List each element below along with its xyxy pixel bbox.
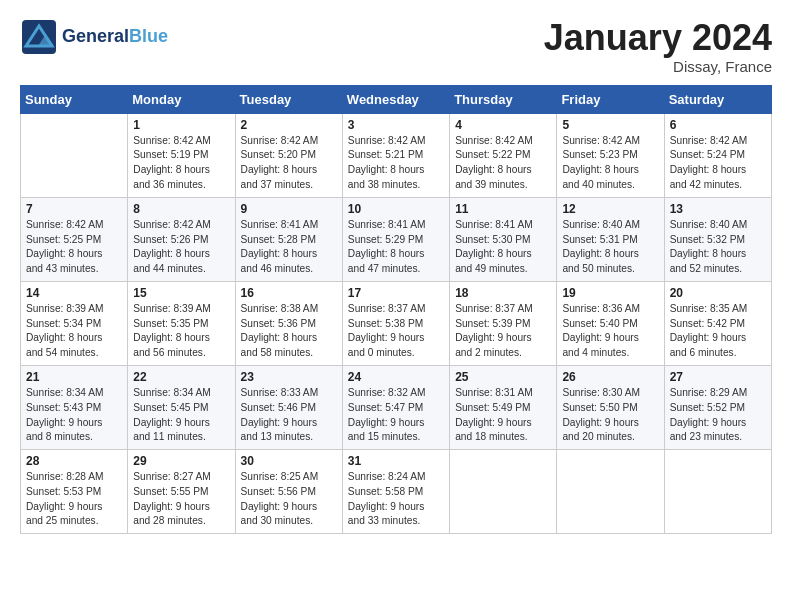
logo: GeneralBlue bbox=[20, 18, 168, 56]
day-info: Sunrise: 8:29 AMSunset: 5:52 PMDaylight:… bbox=[670, 386, 766, 445]
day-header-sunday: Sunday bbox=[21, 85, 128, 113]
day-info: Sunrise: 8:35 AMSunset: 5:42 PMDaylight:… bbox=[670, 302, 766, 361]
day-number: 22 bbox=[133, 370, 229, 384]
day-info: Sunrise: 8:39 AMSunset: 5:35 PMDaylight:… bbox=[133, 302, 229, 361]
day-number: 6 bbox=[670, 118, 766, 132]
day-info: Sunrise: 8:34 AMSunset: 5:43 PMDaylight:… bbox=[26, 386, 122, 445]
week-row-3: 14Sunrise: 8:39 AMSunset: 5:34 PMDayligh… bbox=[21, 281, 772, 365]
calendar-cell: 5Sunrise: 8:42 AMSunset: 5:23 PMDaylight… bbox=[557, 113, 664, 197]
day-info: Sunrise: 8:42 AMSunset: 5:26 PMDaylight:… bbox=[133, 218, 229, 277]
day-info: Sunrise: 8:34 AMSunset: 5:45 PMDaylight:… bbox=[133, 386, 229, 445]
day-info: Sunrise: 8:25 AMSunset: 5:56 PMDaylight:… bbox=[241, 470, 337, 529]
calendar-cell bbox=[21, 113, 128, 197]
day-number: 13 bbox=[670, 202, 766, 216]
calendar-cell: 6Sunrise: 8:42 AMSunset: 5:24 PMDaylight… bbox=[664, 113, 771, 197]
calendar-cell: 29Sunrise: 8:27 AMSunset: 5:55 PMDayligh… bbox=[128, 450, 235, 534]
day-number: 26 bbox=[562, 370, 658, 384]
day-info: Sunrise: 8:42 AMSunset: 5:20 PMDaylight:… bbox=[241, 134, 337, 193]
day-number: 18 bbox=[455, 286, 551, 300]
day-number: 19 bbox=[562, 286, 658, 300]
page: GeneralBlue January 2024 Dissay, France … bbox=[0, 0, 792, 612]
day-header-saturday: Saturday bbox=[664, 85, 771, 113]
day-number: 30 bbox=[241, 454, 337, 468]
day-info: Sunrise: 8:33 AMSunset: 5:46 PMDaylight:… bbox=[241, 386, 337, 445]
day-number: 29 bbox=[133, 454, 229, 468]
day-info: Sunrise: 8:40 AMSunset: 5:32 PMDaylight:… bbox=[670, 218, 766, 277]
calendar-table: SundayMondayTuesdayWednesdayThursdayFrid… bbox=[20, 85, 772, 535]
day-header-wednesday: Wednesday bbox=[342, 85, 449, 113]
calendar-cell: 3Sunrise: 8:42 AMSunset: 5:21 PMDaylight… bbox=[342, 113, 449, 197]
calendar-cell: 19Sunrise: 8:36 AMSunset: 5:40 PMDayligh… bbox=[557, 281, 664, 365]
day-info: Sunrise: 8:24 AMSunset: 5:58 PMDaylight:… bbox=[348, 470, 444, 529]
day-info: Sunrise: 8:37 AMSunset: 5:38 PMDaylight:… bbox=[348, 302, 444, 361]
location: Dissay, France bbox=[544, 58, 772, 75]
calendar-cell: 2Sunrise: 8:42 AMSunset: 5:20 PMDaylight… bbox=[235, 113, 342, 197]
calendar-cell: 4Sunrise: 8:42 AMSunset: 5:22 PMDaylight… bbox=[450, 113, 557, 197]
calendar-cell bbox=[557, 450, 664, 534]
day-number: 31 bbox=[348, 454, 444, 468]
day-info: Sunrise: 8:38 AMSunset: 5:36 PMDaylight:… bbox=[241, 302, 337, 361]
day-number: 15 bbox=[133, 286, 229, 300]
day-number: 3 bbox=[348, 118, 444, 132]
day-number: 24 bbox=[348, 370, 444, 384]
day-info: Sunrise: 8:37 AMSunset: 5:39 PMDaylight:… bbox=[455, 302, 551, 361]
calendar-cell: 23Sunrise: 8:33 AMSunset: 5:46 PMDayligh… bbox=[235, 365, 342, 449]
day-header-monday: Monday bbox=[128, 85, 235, 113]
calendar-cell: 11Sunrise: 8:41 AMSunset: 5:30 PMDayligh… bbox=[450, 197, 557, 281]
week-row-4: 21Sunrise: 8:34 AMSunset: 5:43 PMDayligh… bbox=[21, 365, 772, 449]
day-number: 28 bbox=[26, 454, 122, 468]
day-number: 9 bbox=[241, 202, 337, 216]
calendar-cell: 28Sunrise: 8:28 AMSunset: 5:53 PMDayligh… bbox=[21, 450, 128, 534]
calendar-header-row: SundayMondayTuesdayWednesdayThursdayFrid… bbox=[21, 85, 772, 113]
calendar-cell: 16Sunrise: 8:38 AMSunset: 5:36 PMDayligh… bbox=[235, 281, 342, 365]
day-number: 4 bbox=[455, 118, 551, 132]
calendar-cell: 1Sunrise: 8:42 AMSunset: 5:19 PMDaylight… bbox=[128, 113, 235, 197]
month-title: January 2024 bbox=[544, 18, 772, 58]
calendar-body: 1Sunrise: 8:42 AMSunset: 5:19 PMDaylight… bbox=[21, 113, 772, 534]
day-number: 12 bbox=[562, 202, 658, 216]
day-info: Sunrise: 8:41 AMSunset: 5:30 PMDaylight:… bbox=[455, 218, 551, 277]
day-info: Sunrise: 8:42 AMSunset: 5:22 PMDaylight:… bbox=[455, 134, 551, 193]
day-info: Sunrise: 8:27 AMSunset: 5:55 PMDaylight:… bbox=[133, 470, 229, 529]
calendar-cell bbox=[450, 450, 557, 534]
calendar-cell: 26Sunrise: 8:30 AMSunset: 5:50 PMDayligh… bbox=[557, 365, 664, 449]
calendar-cell: 22Sunrise: 8:34 AMSunset: 5:45 PMDayligh… bbox=[128, 365, 235, 449]
day-number: 21 bbox=[26, 370, 122, 384]
day-number: 20 bbox=[670, 286, 766, 300]
week-row-5: 28Sunrise: 8:28 AMSunset: 5:53 PMDayligh… bbox=[21, 450, 772, 534]
calendar-cell: 20Sunrise: 8:35 AMSunset: 5:42 PMDayligh… bbox=[664, 281, 771, 365]
day-info: Sunrise: 8:42 AMSunset: 5:24 PMDaylight:… bbox=[670, 134, 766, 193]
logo-general: General bbox=[62, 26, 129, 46]
day-number: 5 bbox=[562, 118, 658, 132]
day-header-thursday: Thursday bbox=[450, 85, 557, 113]
day-info: Sunrise: 8:42 AMSunset: 5:21 PMDaylight:… bbox=[348, 134, 444, 193]
calendar-cell: 30Sunrise: 8:25 AMSunset: 5:56 PMDayligh… bbox=[235, 450, 342, 534]
day-header-friday: Friday bbox=[557, 85, 664, 113]
day-info: Sunrise: 8:31 AMSunset: 5:49 PMDaylight:… bbox=[455, 386, 551, 445]
day-info: Sunrise: 8:28 AMSunset: 5:53 PMDaylight:… bbox=[26, 470, 122, 529]
calendar-cell: 10Sunrise: 8:41 AMSunset: 5:29 PMDayligh… bbox=[342, 197, 449, 281]
calendar-cell: 13Sunrise: 8:40 AMSunset: 5:32 PMDayligh… bbox=[664, 197, 771, 281]
day-number: 7 bbox=[26, 202, 122, 216]
day-number: 16 bbox=[241, 286, 337, 300]
day-info: Sunrise: 8:32 AMSunset: 5:47 PMDaylight:… bbox=[348, 386, 444, 445]
week-row-2: 7Sunrise: 8:42 AMSunset: 5:25 PMDaylight… bbox=[21, 197, 772, 281]
calendar-cell: 12Sunrise: 8:40 AMSunset: 5:31 PMDayligh… bbox=[557, 197, 664, 281]
day-number: 27 bbox=[670, 370, 766, 384]
day-number: 2 bbox=[241, 118, 337, 132]
week-row-1: 1Sunrise: 8:42 AMSunset: 5:19 PMDaylight… bbox=[21, 113, 772, 197]
calendar-cell: 21Sunrise: 8:34 AMSunset: 5:43 PMDayligh… bbox=[21, 365, 128, 449]
day-info: Sunrise: 8:42 AMSunset: 5:25 PMDaylight:… bbox=[26, 218, 122, 277]
day-number: 17 bbox=[348, 286, 444, 300]
logo-text: GeneralBlue bbox=[62, 27, 168, 47]
calendar-cell: 15Sunrise: 8:39 AMSunset: 5:35 PMDayligh… bbox=[128, 281, 235, 365]
day-info: Sunrise: 8:41 AMSunset: 5:29 PMDaylight:… bbox=[348, 218, 444, 277]
day-info: Sunrise: 8:42 AMSunset: 5:23 PMDaylight:… bbox=[562, 134, 658, 193]
calendar-cell: 18Sunrise: 8:37 AMSunset: 5:39 PMDayligh… bbox=[450, 281, 557, 365]
calendar-cell: 7Sunrise: 8:42 AMSunset: 5:25 PMDaylight… bbox=[21, 197, 128, 281]
calendar-cell bbox=[664, 450, 771, 534]
calendar-cell: 17Sunrise: 8:37 AMSunset: 5:38 PMDayligh… bbox=[342, 281, 449, 365]
calendar-cell: 8Sunrise: 8:42 AMSunset: 5:26 PMDaylight… bbox=[128, 197, 235, 281]
calendar-cell: 25Sunrise: 8:31 AMSunset: 5:49 PMDayligh… bbox=[450, 365, 557, 449]
day-number: 25 bbox=[455, 370, 551, 384]
